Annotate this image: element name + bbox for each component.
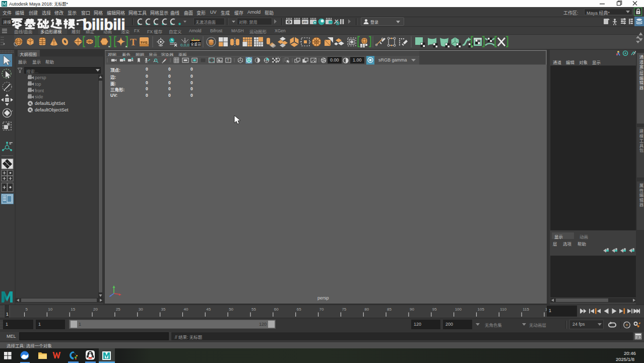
- svg-text:80: 80: [364, 307, 369, 312]
- svg-text:front: front: [35, 88, 44, 93]
- svg-text:115: 115: [523, 307, 529, 312]
- svg-text:defaultLightSet: defaultLightSet: [35, 101, 66, 106]
- svg-text:100: 100: [455, 307, 462, 312]
- svg-text:95: 95: [432, 307, 437, 312]
- svg-text:1: 1: [6, 312, 9, 317]
- svg-text:40: 40: [183, 307, 188, 312]
- svg-text:70: 70: [319, 307, 324, 312]
- svg-text:75: 75: [342, 307, 346, 312]
- svg-text:persp: persp: [35, 75, 46, 80]
- svg-text:110: 110: [500, 307, 506, 312]
- svg-text:IPR: IPR: [303, 21, 307, 24]
- svg-text:105: 105: [478, 307, 485, 312]
- svg-text:45: 45: [206, 307, 211, 312]
- svg-text:top: top: [35, 82, 41, 87]
- svg-text:15: 15: [71, 307, 75, 312]
- svg-text:20: 20: [93, 307, 98, 312]
- svg-text:35: 35: [161, 307, 166, 312]
- svg-text:65: 65: [297, 307, 301, 312]
- svg-text:25: 25: [116, 307, 120, 312]
- svg-text:85: 85: [387, 307, 392, 312]
- svg-text:30: 30: [139, 307, 143, 312]
- svg-text:60: 60: [274, 307, 279, 312]
- svg-text:5: 5: [26, 307, 28, 312]
- svg-text:bilibili: bilibili: [83, 16, 125, 33]
- svg-text:defaultObjectSet: defaultObjectSet: [35, 107, 69, 112]
- svg-text:90: 90: [410, 307, 414, 312]
- svg-text:50: 50: [229, 307, 233, 312]
- svg-text:55: 55: [251, 307, 256, 312]
- svg-text:10: 10: [48, 307, 52, 312]
- svg-text:side: side: [35, 94, 43, 99]
